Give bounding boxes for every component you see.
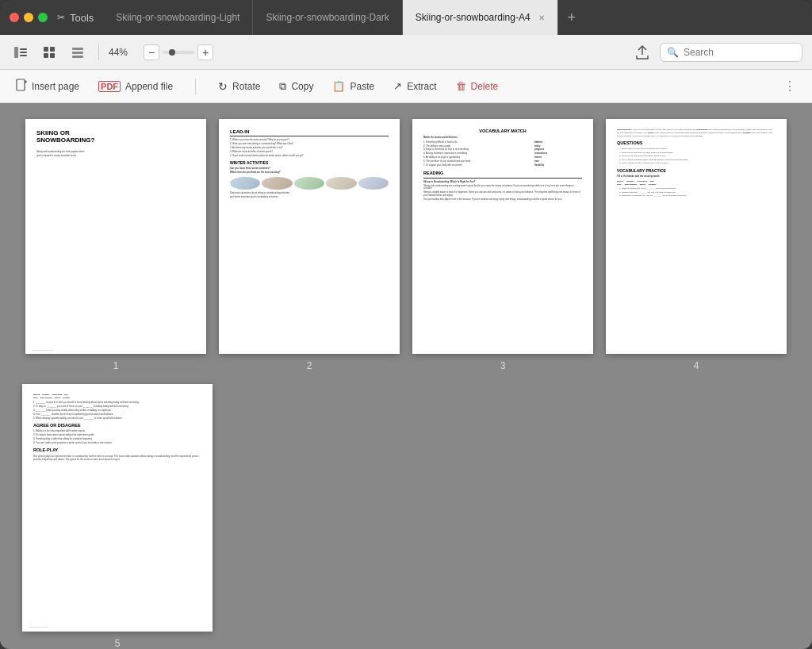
tabs-area: Skiing-or-snowboarding-Light Skiing-or-s… (103, 0, 802, 35)
tab-a4-label: Skiing-or-snowboarding-A4 (416, 12, 530, 23)
activity-img-5 (358, 177, 389, 190)
page2-leadin-h: LEAD-IN (230, 129, 389, 136)
share-button[interactable] (631, 41, 653, 63)
copy-label: Copy (291, 81, 313, 92)
delete-icon: 🗑 (456, 80, 466, 92)
zoom-minus-button[interactable]: − (144, 44, 159, 60)
zoom-plus-button[interactable]: + (197, 44, 213, 60)
row-2: balance progress instructions own tricky… (16, 384, 796, 649)
zoom-value: 44% (109, 47, 137, 58)
page-4[interactable]: quick thinking is a lot of tricky invest… (606, 119, 787, 354)
svg-rect-0 (14, 47, 18, 58)
tab-light-label: Skiing-or-snowboarding-Light (116, 12, 239, 23)
svg-rect-2 (20, 52, 27, 53)
svg-rect-10 (72, 56, 83, 58)
pdf-icon: PDF (98, 81, 121, 92)
fullscreen-button[interactable] (38, 13, 48, 22)
insert-page-button[interactable]: Insert page (16, 79, 79, 94)
more-options-icon[interactable]: ⋮ (783, 79, 796, 94)
page-1-number: 1 (113, 360, 119, 371)
svg-rect-8 (72, 48, 83, 50)
svg-rect-11 (17, 79, 25, 90)
minimize-button[interactable] (24, 13, 33, 22)
page4-vocab-practice-h: VOCABULARY PRACTICE (617, 168, 776, 174)
activity-images (230, 177, 389, 190)
page-1[interactable]: SKIING ORSNOWBOARDING? (25, 119, 206, 354)
tab-dark-label: Skiing-or-snowboarding-Dark (266, 12, 389, 23)
extract-button[interactable]: ↗ Extract (393, 80, 436, 92)
page-1-container: SKIING ORSNOWBOARDING? (25, 119, 206, 371)
append-file-button[interactable]: PDF Append file (98, 81, 173, 92)
activity-img-3 (294, 177, 324, 190)
page-5-container: balance progress instructions own tricky… (22, 384, 213, 649)
tab-dark[interactable]: Skiing-or-snowboarding-Dark (253, 0, 402, 35)
rotate-icon: ↻ (218, 80, 228, 93)
tab-light[interactable]: Skiing-or-snowboarding-Light (103, 0, 253, 35)
zoom-slider-thumb[interactable] (169, 49, 175, 56)
extract-label: Extract (407, 81, 436, 92)
page-2-content: LEAD-IN 1. What is your favorite winter … (219, 119, 400, 354)
main-content[interactable]: SKIING ORSNOWBOARDING? (0, 103, 812, 649)
page-3-container: VOCABULARY MATCH Match the words and def… (412, 119, 593, 371)
page2-winter-activities-h: WINTER ACTIVITIES (230, 160, 389, 166)
scissors-icon: ✂ (57, 12, 65, 23)
grid-view-icon[interactable] (38, 41, 60, 63)
titlebar: ✂ Tools Skiing-or-snowboarding-Light Ski… (0, 0, 812, 35)
svg-rect-3 (20, 55, 27, 56)
page-4-container: quick thinking is a lot of tricky invest… (606, 119, 787, 371)
tools-label[interactable]: Tools (70, 12, 94, 24)
sidebar-toggle-icon[interactable] (10, 41, 32, 63)
page-3-content: VOCABULARY MATCH Match the words and def… (412, 119, 593, 354)
tools-section: ✂ Tools (57, 12, 94, 24)
page-4-number: 4 (694, 360, 699, 371)
toolbar: 44% − + 🔍 (0, 35, 812, 70)
page4-questions-h: QUESTIONS (617, 140, 776, 147)
page-5-content: balance progress instructions own tricky… (22, 384, 213, 632)
svg-rect-4 (44, 47, 48, 52)
activity-img-1 (230, 177, 260, 190)
insert-page-icon (16, 79, 27, 94)
page-3[interactable]: VOCABULARY MATCH Match the words and def… (412, 119, 593, 354)
copy-icon: ⧉ (279, 80, 286, 93)
svg-rect-1 (20, 48, 27, 50)
svg-rect-6 (44, 53, 48, 58)
action-divider-1 (195, 79, 196, 94)
activity-img-2 (262, 177, 292, 190)
copy-button[interactable]: ⧉ Copy (279, 80, 313, 93)
svg-rect-9 (72, 52, 83, 54)
traffic-lights (10, 13, 48, 22)
paste-button[interactable]: 📋 Paste (332, 80, 374, 92)
divider-1 (98, 44, 99, 60)
page-4-content: quick thinking is a lot of tricky invest… (606, 119, 787, 354)
page-2[interactable]: LEAD-IN 1. What is your favorite winter … (219, 119, 400, 354)
search-box[interactable]: 🔍 (660, 43, 802, 62)
append-file-label: Append file (125, 81, 173, 92)
tab-close-icon[interactable]: ✕ (538, 13, 545, 22)
page-5[interactable]: balance progress instructions own tricky… (22, 384, 213, 632)
rotate-button[interactable]: ↻ Rotate (218, 80, 260, 93)
close-button[interactable] (10, 13, 19, 22)
main-window: ✂ Tools Skiing-or-snowboarding-Light Ski… (0, 0, 812, 649)
page3-vocab-h: VOCABULARY MATCH (423, 129, 582, 135)
svg-rect-5 (50, 47, 55, 52)
svg-rect-7 (50, 53, 55, 58)
paste-icon: 📋 (332, 80, 345, 92)
paste-label: Paste (350, 81, 374, 92)
delete-button[interactable]: 🗑 Delete (456, 80, 499, 92)
list-view-icon[interactable] (67, 41, 89, 63)
zoom-slider[interactable] (163, 51, 194, 54)
page1-text: Skiing and snowboarding are both popular… (36, 151, 195, 154)
tab-add-button[interactable]: + (558, 0, 586, 35)
search-input[interactable] (684, 47, 795, 58)
page1-footer: Premiuenglishtopics.com (32, 349, 54, 352)
page5-agree-h: AGREE OR DISAGREE (33, 423, 201, 429)
rotate-label: Rotate (232, 81, 260, 92)
page-1-content: SKIING ORSNOWBOARDING? (25, 119, 206, 354)
insert-page-label: Insert page (32, 81, 79, 92)
page-2-number: 2 (307, 360, 312, 371)
page5-footer: Premiuenglishtopics.com (29, 626, 48, 629)
page5-roleplay-h: ROLE-PLAY (33, 447, 201, 454)
actionbar: Insert page PDF Append file ↻ Rotate ⧉ C… (0, 70, 812, 103)
pages-grid: SKIING ORSNOWBOARDING? (25, 119, 787, 371)
tab-a4[interactable]: Skiing-or-snowboarding-A4 ✕ (403, 0, 558, 35)
